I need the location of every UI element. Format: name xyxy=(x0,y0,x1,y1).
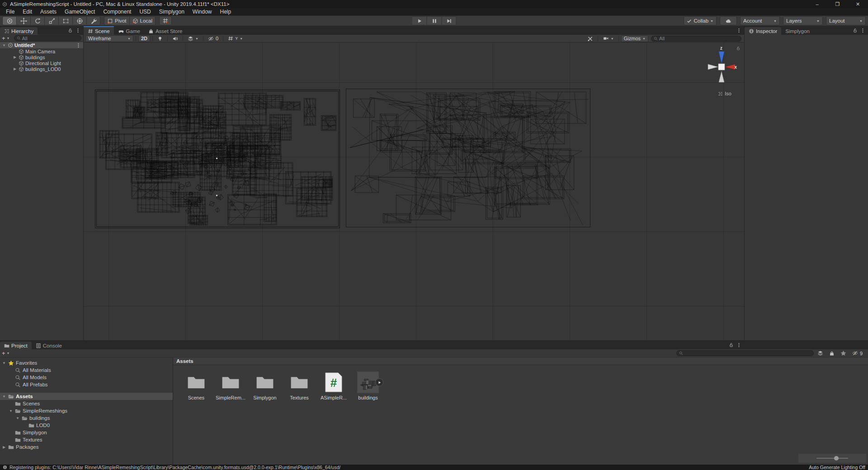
tab-project[interactable]: Project xyxy=(0,342,32,349)
minimize-button[interactable]: – xyxy=(807,0,827,8)
thumbnail-size-slider[interactable] xyxy=(816,458,848,459)
gizmo-lock-icon[interactable] xyxy=(736,46,741,51)
create-asset-caret-icon[interactable]: ▼ xyxy=(7,352,10,355)
project-tree-row-assets[interactable]: ▼Assets xyxy=(0,393,173,400)
menu-component[interactable]: Component xyxy=(99,8,135,15)
projection-toggle[interactable]: Iso xyxy=(718,91,731,96)
project-search-input[interactable] xyxy=(676,350,814,356)
project-tree-row-simpleremeshings[interactable]: ▼SimpleRemeshings xyxy=(0,407,173,414)
kebab-menu-icon[interactable] xyxy=(736,28,741,33)
expand-arrow-icon[interactable]: ▼ xyxy=(2,361,6,365)
move-tool-button[interactable] xyxy=(16,16,30,25)
scene-kebab-icon[interactable] xyxy=(76,43,81,48)
hierarchy-item[interactable]: ▶buildings xyxy=(0,54,83,60)
custom-tool-button[interactable] xyxy=(86,16,100,25)
layout-dropdown[interactable]: Layout▼ xyxy=(826,16,866,25)
asset-item-buildings[interactable]: buildings xyxy=(353,371,383,400)
lock-icon[interactable] xyxy=(68,28,73,33)
transform-tool-button[interactable] xyxy=(72,16,86,25)
create-asset-button[interactable]: + xyxy=(2,350,5,356)
expand-arrow-icon[interactable]: ▶ xyxy=(2,445,6,449)
kebab-menu-icon[interactable] xyxy=(75,28,80,33)
project-tree-row-buildings[interactable]: ▼buildings xyxy=(0,414,173,422)
search-by-type-button[interactable] xyxy=(815,350,826,357)
lighting-toggle-button[interactable] xyxy=(155,35,165,42)
menu-gameobject[interactable]: GameObject xyxy=(61,8,99,15)
hierarchy-scene-row[interactable]: ▼ Untitled* xyxy=(0,42,83,48)
project-tree-row-lod0[interactable]: LOD0 xyxy=(0,422,173,429)
rotate-tool-button[interactable] xyxy=(30,16,44,25)
view-tool-button[interactable] xyxy=(2,16,16,25)
expand-arrow-icon[interactable]: ▶ xyxy=(13,55,17,59)
gizmos-dropdown[interactable]: Gizmos▼ xyxy=(621,35,648,42)
tab-inspector[interactable]: Inspector xyxy=(745,27,781,35)
menu-assets[interactable]: Assets xyxy=(36,8,61,15)
rect-tool-button[interactable] xyxy=(58,16,72,25)
search-by-label-button[interactable] xyxy=(827,350,837,357)
collab-button[interactable]: Collab▼ xyxy=(684,16,717,25)
asset-item-simplerem-[interactable]: SimpleRem... xyxy=(216,371,245,400)
play-button[interactable] xyxy=(412,16,427,25)
slider-thumb[interactable] xyxy=(834,456,839,461)
expand-arrow-icon[interactable]: ▼ xyxy=(2,43,6,47)
project-tree-row-all-prefabs[interactable]: All Prefabs xyxy=(0,381,173,388)
favorites-filter-button[interactable] xyxy=(838,350,849,357)
tab-console[interactable]: Console xyxy=(32,342,66,349)
gizmo-center-cube[interactable] xyxy=(718,64,725,70)
grid-snapping-button[interactable] xyxy=(159,16,172,25)
scene-visibility-button[interactable]: 0 xyxy=(206,35,221,42)
create-caret-icon[interactable]: ▼ xyxy=(7,37,10,40)
status-message[interactable]: Registering plugins: C:\Users\Vidar Rinn… xyxy=(9,465,340,470)
draw-mode-dropdown[interactable]: Wireframe▼ xyxy=(85,35,133,42)
project-tree-row-favorites[interactable]: ▼Favorites xyxy=(0,359,173,367)
tab-game[interactable]: Game xyxy=(114,27,144,35)
expand-arrow-icon[interactable]: ▼ xyxy=(15,416,20,420)
menu-usd[interactable]: USD xyxy=(135,8,155,15)
project-tree-row-textures[interactable]: Textures xyxy=(0,436,173,443)
asset-item-simplygon[interactable]: Simplygon xyxy=(250,371,280,400)
audio-toggle-button[interactable] xyxy=(170,35,180,42)
asset-item-textures[interactable]: Textures xyxy=(284,371,314,400)
tab-simplygon[interactable]: Simplygon xyxy=(781,27,814,35)
menu-file[interactable]: File xyxy=(2,8,19,15)
tab-asset-store[interactable]: Asset Store xyxy=(144,27,186,35)
hierarchy-item[interactable]: ▶buildings_LOD0 xyxy=(0,66,83,72)
menu-edit[interactable]: Edit xyxy=(19,8,36,15)
create-button[interactable]: + xyxy=(2,35,5,41)
expand-subassets-button[interactable] xyxy=(375,378,383,386)
2d-toggle-button[interactable]: 2D xyxy=(138,35,150,42)
tab-scene[interactable]: Scene xyxy=(84,27,114,35)
lock-icon[interactable] xyxy=(853,28,858,33)
kebab-menu-icon[interactable] xyxy=(860,28,865,33)
project-tree-row-scenes[interactable]: Scenes xyxy=(0,400,173,407)
expand-arrow-icon[interactable]: ▼ xyxy=(9,409,13,413)
pivot-toggle-button[interactable]: Pivot xyxy=(104,16,129,25)
project-tree-row-all-materials[interactable]: All Materials xyxy=(0,367,173,374)
project-tree-row-packages[interactable]: ▶Packages xyxy=(0,443,173,451)
scene-camera-dropdown[interactable]: ▼ xyxy=(600,35,616,42)
lock-icon[interactable] xyxy=(729,343,734,348)
hierarchy-item[interactable]: Directional Light xyxy=(0,60,83,66)
grid-visibility-dropdown[interactable]: Y ▼ xyxy=(226,35,245,42)
scene-orientation-gizmo[interactable]: z x xyxy=(705,45,738,87)
scene-search-input[interactable]: All xyxy=(651,36,741,42)
cloud-button[interactable] xyxy=(720,16,737,25)
tab-hierarchy[interactable]: Hierarchy xyxy=(0,27,38,35)
kebab-menu-icon[interactable] xyxy=(736,343,741,348)
gizmo-x-axis-cone[interactable] xyxy=(725,64,735,70)
effects-dropdown[interactable]: ▼ xyxy=(185,35,201,42)
expand-arrow-icon[interactable]: ▶ xyxy=(13,67,17,71)
scale-tool-button[interactable] xyxy=(44,16,58,25)
layers-dropdown[interactable]: Layers▼ xyxy=(783,16,823,25)
auto-generate-lighting-status[interactable]: Auto Generate Lighting Off xyxy=(809,465,865,470)
pause-button[interactable] xyxy=(427,16,442,25)
component-tools-button[interactable] xyxy=(585,35,595,42)
step-button[interactable] xyxy=(442,16,457,25)
local-toggle-button[interactable]: Local xyxy=(129,16,156,25)
maximize-button[interactable]: ❐ xyxy=(827,0,848,8)
close-button[interactable]: ✕ xyxy=(848,0,868,8)
gizmo-z-axis-cone[interactable] xyxy=(719,52,724,63)
asset-item-scenes[interactable]: Scenes xyxy=(181,371,211,400)
hidden-packages-button[interactable]: 9 xyxy=(850,350,866,357)
scene-viewport[interactable]: z x Iso xyxy=(84,42,744,340)
